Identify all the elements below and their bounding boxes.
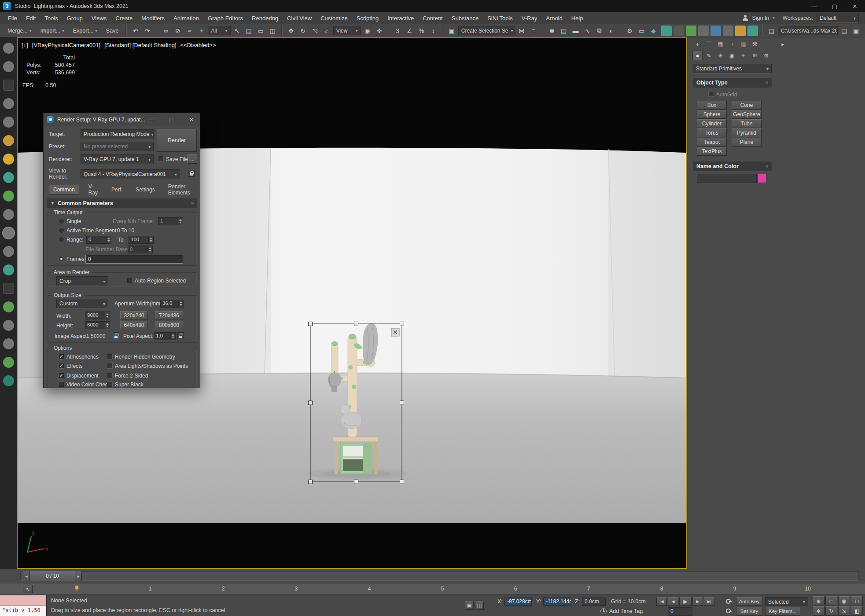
- textplus-button[interactable]: TextPlus: [697, 147, 727, 156]
- ribbon-toggle-icon[interactable]: ▬: [570, 26, 581, 36]
- zoom-region-icon[interactable]: ◻: [851, 596, 863, 605]
- object-name-field[interactable]: [697, 174, 757, 183]
- angle-snap-icon[interactable]: ∠: [404, 26, 415, 36]
- dialog-titlebar[interactable]: Render Setup: V-Ray GPU 7, updat...: [44, 113, 200, 126]
- force-2-sided-checkbox[interactable]: [107, 373, 113, 378]
- select-and-rotate-icon[interactable]: ↻: [298, 26, 309, 36]
- shapes-category-icon[interactable]: ✎: [704, 51, 714, 60]
- left-tool-10-icon[interactable]: [3, 209, 14, 220]
- select-object-icon[interactable]: ↖: [232, 26, 243, 36]
- render-production-icon[interactable]: ◆: [648, 26, 659, 36]
- save-button[interactable]: Save: [102, 26, 123, 36]
- viewport-layout-toggle-icon[interactable]: ◧: [851, 606, 863, 616]
- vray-toolbar-icon-2[interactable]: [674, 26, 684, 36]
- rollout-pin-icon[interactable]: [191, 202, 194, 205]
- menu-create[interactable]: Create: [111, 15, 137, 22]
- left-tool-8-icon[interactable]: [3, 172, 14, 183]
- zoom-extents-icon[interactable]: ◉: [838, 596, 850, 605]
- view-to-render-dropdown[interactable]: Quad 4 - VRayPhysicalCamera001: [81, 169, 180, 179]
- scene-explorer-icon[interactable]: ≣: [546, 26, 557, 36]
- autogrid-checkbox[interactable]: [708, 91, 714, 97]
- track-bar[interactable]: ∿ 0 1 2 3 4 5 6 7 8 9 10: [0, 583, 865, 594]
- select-and-scale-icon[interactable]: ◹: [309, 26, 320, 36]
- left-tool-12-icon[interactable]: [3, 246, 14, 257]
- tab-settings[interactable]: Settings: [132, 185, 158, 194]
- y-coord-field[interactable]: -1182.144c: [543, 598, 571, 606]
- named-selection-dropdown[interactable]: Create Selection Se: [458, 26, 515, 35]
- spinner-snap-icon[interactable]: ↕: [428, 26, 439, 36]
- tab-perf[interactable]: Perf.: [107, 185, 126, 194]
- dialog-close-icon[interactable]: ✕: [188, 116, 195, 123]
- pixel-aspect-lock-icon[interactable]: [177, 332, 184, 339]
- menu-tools[interactable]: Tools: [40, 15, 62, 22]
- sini-tools-icon[interactable]: ✦: [196, 26, 207, 36]
- frames-input[interactable]: [85, 255, 183, 264]
- go-to-start-icon[interactable]: |◀: [656, 597, 667, 606]
- z-coord-field[interactable]: 0.0cm: [582, 598, 606, 606]
- rendered-frame-window-icon[interactable]: ▭: [636, 26, 647, 36]
- torus-button[interactable]: Torus: [697, 128, 727, 137]
- spinner-arrows-icon[interactable]: [178, 218, 183, 225]
- file-number-base-spinner[interactable]: 0: [128, 246, 153, 253]
- menu-content[interactable]: Content: [418, 15, 447, 22]
- project-path-field[interactable]: C:\Users\Va...ds Max 2021: [778, 26, 838, 35]
- range-from-spinner[interactable]: 0: [86, 236, 111, 244]
- teapot-button[interactable]: Teapot: [697, 138, 727, 147]
- every-nth-spinner[interactable]: 1: [158, 217, 183, 225]
- output-size-mode-dropdown[interactable]: Custom: [56, 299, 108, 308]
- cameras-category-icon[interactable]: ◉: [727, 51, 737, 60]
- save-file-browse-button[interactable]: ...: [188, 154, 197, 164]
- helpers-category-icon[interactable]: ⌖: [738, 51, 748, 60]
- height-spinner[interactable]: 6000: [85, 321, 110, 329]
- menu-help[interactable]: Help: [567, 15, 588, 22]
- current-frame-field[interactable]: 0: [668, 607, 692, 616]
- geometry-category-icon[interactable]: ●: [692, 51, 703, 60]
- auto-region-checkbox[interactable]: [127, 278, 133, 283]
- select-and-link-icon[interactable]: ∞: [160, 26, 171, 36]
- view-lock-icon[interactable]: [188, 170, 195, 177]
- spinner-arrows-icon[interactable]: [148, 236, 153, 243]
- key-filters-button[interactable]: Key Filters...: [765, 607, 800, 616]
- primitive-category-dropdown[interactable]: Standard Primitives: [693, 64, 772, 73]
- vray-toolbar-icon-8[interactable]: [747, 26, 758, 36]
- layer-explorer-icon[interactable]: ▤: [558, 26, 569, 36]
- displacement-checkbox[interactable]: [59, 373, 64, 378]
- render-button[interactable]: Render: [157, 129, 197, 152]
- left-tool-6-icon[interactable]: [3, 135, 14, 146]
- marquee-close-icon[interactable]: [391, 328, 399, 336]
- redo-icon[interactable]: ↷: [142, 26, 153, 36]
- tab-vray[interactable]: V-Ray: [85, 185, 102, 194]
- rollout-collapse-icon[interactable]: ▼: [51, 201, 55, 205]
- preset-800x600-button[interactable]: 800x600: [155, 321, 183, 329]
- curve-editor-icon[interactable]: ∿: [582, 26, 593, 36]
- left-tool-1-icon[interactable]: [3, 43, 14, 54]
- schematic-view-icon[interactable]: ⧉: [594, 26, 605, 36]
- dialog-minimize-icon[interactable]: —: [148, 116, 155, 123]
- hierarchy-tab-icon[interactable]: ▦: [715, 39, 725, 49]
- geosphere-button[interactable]: GeoSphere: [732, 110, 762, 119]
- spinner-arrows-icon[interactable]: [105, 322, 110, 329]
- key-selection-dropdown[interactable]: Selected: [765, 597, 808, 606]
- utilities-tab-icon[interactable]: ⚒: [750, 39, 760, 49]
- motion-tab-icon[interactable]: ◔: [727, 39, 737, 49]
- workspace-dropdown[interactable]: Default: [817, 14, 859, 23]
- vray-toolbar-icon-6[interactable]: [723, 26, 733, 36]
- menu-vray[interactable]: V-Ray: [517, 15, 541, 22]
- viewport-shading-menu[interactable]: [Standard] [Default Shading]: [104, 42, 176, 48]
- material-editor-icon[interactable]: ◐: [606, 26, 617, 36]
- left-tool-7-icon[interactable]: [3, 154, 14, 165]
- left-tool-16-icon[interactable]: [3, 320, 14, 331]
- panel-overflow-icon[interactable]: ▸: [778, 39, 788, 49]
- pan-view-icon[interactable]: ✥: [813, 606, 825, 616]
- minimize-icon[interactable]: —: [804, 0, 825, 12]
- x-coord-field[interactable]: -97.028cm: [504, 598, 532, 606]
- listener-macro-row[interactable]: [0, 595, 46, 606]
- menu-edit[interactable]: Edit: [22, 15, 40, 22]
- menu-modifiers[interactable]: Modifiers: [137, 15, 169, 22]
- object-color-swatch[interactable]: [758, 174, 766, 183]
- previous-frame-icon[interactable]: ◂: [23, 571, 30, 581]
- menu-interactive[interactable]: Interactive: [383, 15, 418, 22]
- dialog-maximize-icon[interactable]: ▢: [168, 116, 175, 123]
- left-tool-18-icon[interactable]: [3, 357, 14, 368]
- select-by-name-icon[interactable]: ▤: [243, 26, 254, 36]
